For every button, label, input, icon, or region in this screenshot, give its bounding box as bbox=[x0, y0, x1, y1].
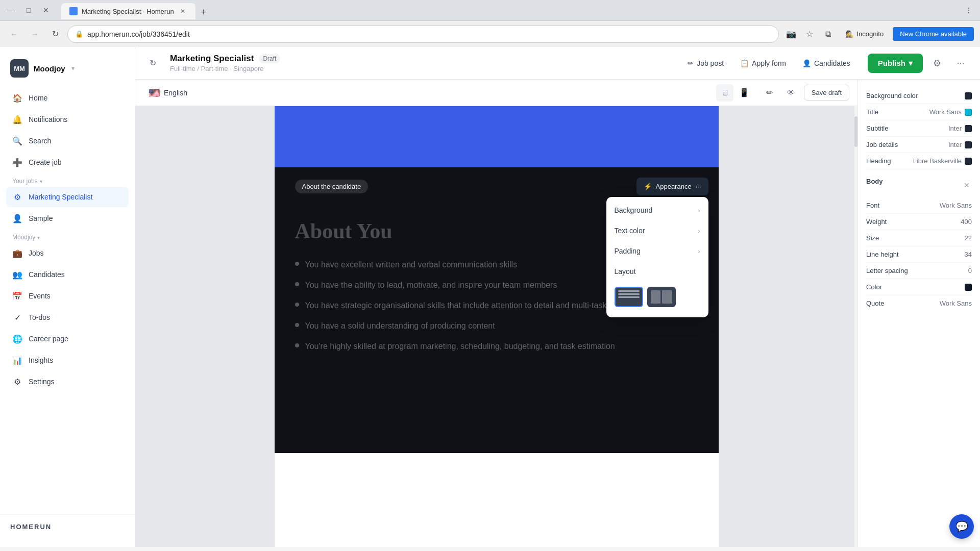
sidebar-item-create-job[interactable]: ➕ Create job bbox=[6, 152, 129, 172]
sidebar-brand[interactable]: MM Moodjoy ▾ bbox=[0, 55, 135, 88]
sidebar-item-home[interactable]: 🏠 Home bbox=[6, 88, 129, 108]
job-icon: ⚙ bbox=[12, 192, 22, 202]
save-draft-button[interactable]: Save draft bbox=[804, 85, 849, 101]
popup-item-layout[interactable]: Layout bbox=[606, 261, 708, 282]
sidebar-item-career-page[interactable]: 🌐 Career page bbox=[6, 329, 129, 349]
chat-bubble[interactable]: 💬 bbox=[949, 514, 974, 539]
sidebar-label-jobs: Jobs bbox=[29, 249, 44, 257]
tab-close-button[interactable]: ✕ bbox=[178, 7, 187, 16]
job-post-label: Job post bbox=[697, 59, 724, 67]
job-title-row: Marketing Specialist Draft bbox=[170, 54, 670, 64]
sidebar-item-candidates[interactable]: 👥 Candidates bbox=[6, 264, 129, 285]
line-height-label: Line height bbox=[866, 251, 899, 258]
chrome-menu-button[interactable]: ⋮ bbox=[962, 3, 976, 17]
header-refresh-button[interactable]: ↻ bbox=[145, 56, 160, 70]
sidebar-item-events[interactable]: 📅 Events bbox=[6, 286, 129, 306]
sidebar-item-search[interactable]: 🔍 Search bbox=[6, 131, 129, 151]
chevron-right-icon: › bbox=[698, 227, 700, 235]
popup-item-background[interactable]: Background › bbox=[606, 200, 708, 220]
scrollbar-thumb[interactable] bbox=[854, 116, 857, 147]
sidebar-label-career-page: Career page bbox=[29, 335, 68, 343]
sidebar-item-jobs[interactable]: 💼 Jobs bbox=[6, 243, 129, 263]
header-settings-button[interactable]: ⚙ bbox=[928, 54, 946, 72]
sidebar-label-marketing-specialist: Marketing Specialist bbox=[29, 193, 92, 201]
apply-form-label: Apply form bbox=[752, 59, 786, 67]
job-meta: Full-time / Part-time · Singapore bbox=[170, 65, 670, 72]
layout-two-column[interactable] bbox=[647, 287, 676, 307]
list-item: You're highly skilled at program marketi… bbox=[295, 340, 698, 353]
subtitle-color-dot[interactable] bbox=[965, 125, 972, 132]
layout-single-column[interactable] bbox=[615, 287, 643, 307]
panel-row-weight: Weight 400 bbox=[866, 214, 972, 230]
new-chrome-button[interactable]: New Chrome available bbox=[893, 27, 974, 41]
popup-label-padding: Padding bbox=[615, 247, 641, 255]
bullet-dot bbox=[295, 323, 299, 327]
job-details-color-dot[interactable] bbox=[965, 141, 972, 148]
tab-bar: Marketing Specialist · Homerun ✕ + bbox=[57, 1, 215, 19]
header-more-button[interactable]: ··· bbox=[951, 54, 970, 72]
language-selector[interactable]: 🇺🇸 English bbox=[143, 84, 192, 102]
bg-color-dot[interactable] bbox=[965, 92, 972, 99]
maximize-button[interactable]: □ bbox=[21, 3, 36, 17]
publish-button[interactable]: Publish ▾ bbox=[868, 54, 923, 73]
address-bar[interactable]: 🔒 app.homerun.co/job/336451/edit bbox=[67, 26, 779, 43]
new-tab-button[interactable]: + bbox=[197, 5, 211, 19]
split-view-icon[interactable]: ⧉ bbox=[820, 26, 836, 42]
sidebar-item-todos[interactable]: ✓ To-dos bbox=[6, 307, 129, 328]
color-dot[interactable] bbox=[965, 284, 972, 291]
sidebar-item-insights[interactable]: 📊 Insights bbox=[6, 350, 129, 370]
back-button[interactable]: ← bbox=[6, 26, 22, 42]
app-container: MM Moodjoy ▾ 🏠 Home 🔔 Notifications 🔍 Se… bbox=[0, 47, 980, 547]
appearance-button[interactable]: ⚡ Appearance ··· bbox=[636, 178, 708, 195]
editor-right-actions: ✏ 👁 Save draft bbox=[761, 84, 849, 102]
refresh-button[interactable]: ↻ bbox=[47, 26, 63, 42]
minimize-button[interactable]: — bbox=[4, 3, 18, 17]
close-button[interactable]: ✕ bbox=[39, 3, 53, 17]
dark-section: About the candidate About You You have e… bbox=[275, 167, 719, 453]
body-section-close[interactable]: ✕ bbox=[962, 180, 972, 190]
appearance-icon: ⚡ bbox=[644, 183, 652, 190]
subtitle-label: Subtitle bbox=[866, 124, 888, 132]
brand-name: Moodjoy bbox=[34, 64, 65, 73]
tab-job-post[interactable]: ✏ Job post bbox=[680, 55, 731, 71]
homerun-logo: HOMERUN bbox=[10, 523, 125, 531]
sidebar-item-sample[interactable]: 👤 Sample bbox=[6, 208, 129, 229]
panel-row-font: Font Work Sans bbox=[866, 197, 972, 214]
active-tab[interactable]: Marketing Specialist · Homerun ✕ bbox=[61, 3, 195, 19]
camera-off-icon[interactable]: 📷 bbox=[783, 26, 799, 42]
sidebar-item-marketing-specialist[interactable]: ⚙ Marketing Specialist bbox=[6, 187, 129, 207]
chevron-right-icon: › bbox=[698, 247, 700, 255]
bg-color-label: Background color bbox=[866, 92, 918, 99]
tab-apply-form[interactable]: 📋 Apply form bbox=[733, 55, 793, 71]
incognito-button[interactable]: 🕵 Incognito bbox=[840, 28, 889, 40]
bookmark-icon[interactable]: ☆ bbox=[801, 26, 818, 42]
letter-spacing-value: 0 bbox=[968, 267, 972, 274]
forward-button[interactable]: → bbox=[27, 26, 43, 42]
popup-item-padding[interactable]: Padding › bbox=[606, 241, 708, 261]
app-header: ↻ Marketing Specialist Draft Full-time /… bbox=[135, 47, 980, 80]
sidebar-label-create-job: Create job bbox=[29, 158, 62, 166]
subtitle-value: Inter bbox=[948, 124, 972, 132]
font-value: Work Sans bbox=[940, 202, 972, 209]
preview-mode-button[interactable]: 👁 bbox=[782, 84, 800, 102]
popup-item-text-color[interactable]: Text color › bbox=[606, 220, 708, 241]
candidates-icon: 👥 bbox=[12, 269, 22, 280]
your-jobs-label: Your jobs bbox=[12, 178, 38, 185]
mobile-view-button[interactable]: 📱 bbox=[736, 84, 753, 102]
plus-icon: ➕ bbox=[12, 157, 22, 167]
sidebar-item-notifications[interactable]: 🔔 Notifications bbox=[6, 109, 129, 130]
heading-color-dot[interactable] bbox=[965, 158, 972, 165]
job-details-label: Job details bbox=[866, 141, 898, 148]
tab-candidates[interactable]: 👤 Candidates bbox=[795, 55, 857, 71]
quote-value: Work Sans bbox=[940, 299, 972, 307]
draft-badge: Draft bbox=[259, 54, 280, 63]
edit-mode-button[interactable]: ✏ bbox=[761, 84, 778, 102]
sidebar-item-settings[interactable]: ⚙ Settings bbox=[6, 371, 129, 392]
sidebar-label-sample: Sample bbox=[29, 214, 53, 222]
title-color-dot[interactable] bbox=[965, 109, 972, 116]
candidates-tab-icon: 👤 bbox=[802, 59, 811, 67]
bg-color-value bbox=[965, 92, 972, 99]
desktop-view-button[interactable]: 🖥 bbox=[716, 84, 733, 102]
list-item-text: You're highly skilled at program marketi… bbox=[305, 340, 615, 353]
sidebar-nav: 🏠 Home 🔔 Notifications 🔍 Search ➕ Create… bbox=[0, 88, 135, 514]
